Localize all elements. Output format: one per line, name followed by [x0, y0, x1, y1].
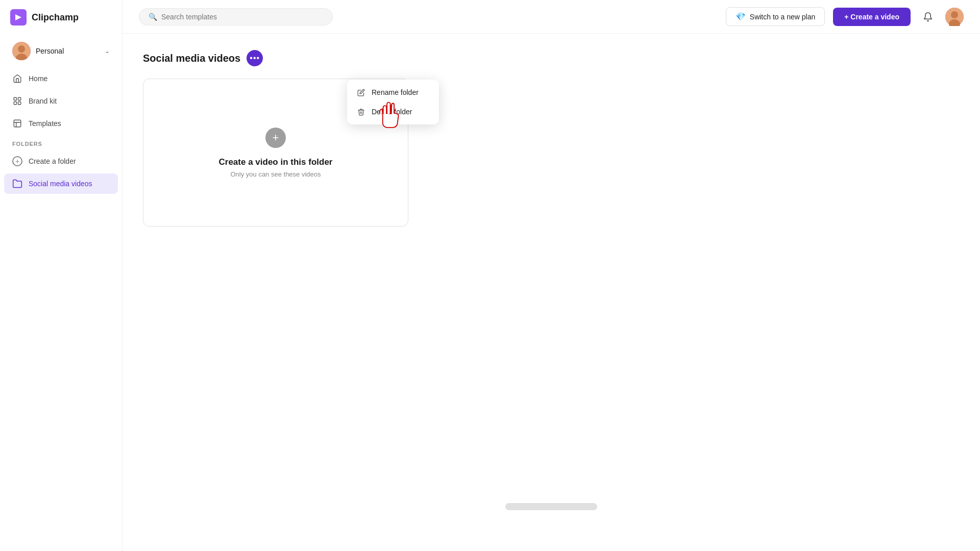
- search-bar[interactable]: 🔍: [139, 8, 333, 26]
- loading-skeleton-bar: [505, 503, 597, 510]
- empty-folder-subtitle: Only you can see these videos: [230, 170, 321, 178]
- header-actions: 💎 Switch to a new plan + Create a video: [726, 7, 964, 26]
- svg-rect-6: [14, 102, 16, 105]
- switch-plan-label: Switch to a new plan: [750, 13, 815, 21]
- sidebar-item-templates[interactable]: Templates: [4, 113, 118, 134]
- sidebar-item-brand-kit[interactable]: Brand kit: [4, 91, 118, 111]
- header-avatar[interactable]: [945, 8, 964, 26]
- templates-icon: [12, 118, 22, 129]
- svg-rect-8: [14, 120, 21, 127]
- plus-circle-icon: +: [12, 156, 22, 166]
- rename-folder-item[interactable]: Rename folder: [347, 83, 439, 102]
- delete-folder-item[interactable]: Delete folder: [347, 102, 439, 121]
- svg-rect-7: [18, 102, 21, 105]
- folder-header: Social media videos •••: [143, 50, 960, 66]
- delete-folder-label: Delete folder: [372, 108, 412, 116]
- brand-kit-icon: [12, 96, 22, 106]
- create-video-label: + Create a video: [844, 13, 899, 21]
- context-menu: Rename folder Delete folder: [347, 80, 439, 124]
- chevron-down-icon: ⌄: [105, 47, 110, 55]
- rename-folder-label: Rename folder: [372, 88, 419, 96]
- folder-menu-button[interactable]: •••: [247, 50, 263, 66]
- create-video-button[interactable]: + Create a video: [833, 8, 911, 26]
- add-video-button[interactable]: +: [265, 128, 286, 148]
- svg-rect-5: [18, 97, 21, 100]
- empty-folder-title: Create a video in this folder: [219, 157, 333, 167]
- user-section[interactable]: Personal ⌄: [4, 37, 118, 65]
- svg-point-12: [951, 11, 958, 18]
- user-name: Personal: [36, 47, 100, 55]
- sidebar-item-home[interactable]: Home: [4, 68, 118, 89]
- app-logo[interactable]: Clipchamp: [0, 0, 122, 35]
- bell-icon: [923, 12, 933, 22]
- content-area: Social media videos ••• + Create a video…: [122, 34, 980, 551]
- ellipsis-icon: •••: [250, 54, 260, 63]
- sidebar: Clipchamp Personal ⌄ Home: [0, 0, 122, 551]
- logo-icon: [10, 9, 27, 26]
- home-icon: [12, 73, 22, 84]
- sidebar-item-brand-kit-label: Brand kit: [29, 97, 57, 105]
- svg-rect-4: [14, 97, 16, 100]
- header: 🔍 💎 Switch to a new plan + Create a vide…: [122, 0, 980, 34]
- switch-plan-button[interactable]: 💎 Switch to a new plan: [726, 7, 825, 26]
- create-folder-label: Create a folder: [29, 157, 76, 165]
- sidebar-item-social-media-videos[interactable]: Social media videos: [4, 173, 118, 194]
- plus-icon: +: [273, 131, 279, 144]
- folder-name-label: Social media videos: [29, 180, 92, 188]
- app-name: Clipchamp: [32, 12, 79, 23]
- folder-icon: [12, 179, 22, 189]
- gem-icon: 💎: [736, 12, 746, 21]
- main-content: 🔍 💎 Switch to a new plan + Create a vide…: [122, 0, 980, 551]
- sidebar-item-home-label: Home: [29, 74, 47, 83]
- search-icon: 🔍: [149, 13, 157, 21]
- trash-icon: [356, 108, 365, 116]
- svg-point-2: [18, 45, 25, 53]
- edit-icon: [356, 89, 365, 96]
- notifications-button[interactable]: [919, 8, 937, 26]
- sidebar-item-templates-label: Templates: [29, 119, 61, 128]
- folder-title: Social media videos: [143, 53, 240, 64]
- search-input[interactable]: [161, 13, 323, 21]
- folders-section-label: FOLDERS: [0, 135, 122, 150]
- avatar: [12, 42, 31, 60]
- create-folder-button[interactable]: + Create a folder: [4, 151, 118, 171]
